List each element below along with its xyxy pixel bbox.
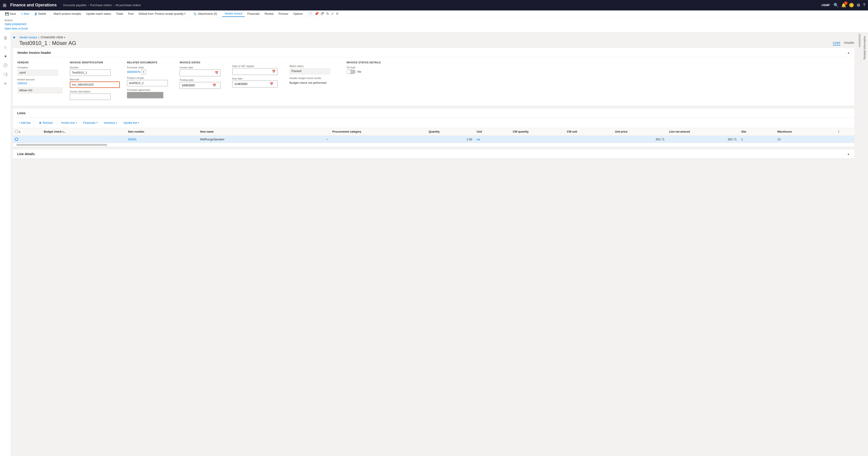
match-product-receipts-button[interactable]: Match product receipts [51,11,83,17]
tab-lines[interactable]: Lines [833,41,840,46]
col-head-budget-check[interactable]: Budget check r... [41,128,126,136]
new-button[interactable]: + New [19,11,31,17]
add-line-button[interactable]: + Add line [16,120,33,125]
invoice-date-text[interactable] [180,70,214,76]
description-input[interactable] [70,93,111,100]
col-head-unit[interactable]: Unit [474,128,510,136]
new-icon: + [21,12,23,16]
invoice-date-input[interactable]: 📅 [180,69,220,76]
totals-button[interactable]: Totals [114,11,125,17]
remove-button[interactable]: 🗑 Remove [37,120,55,125]
select-all-checkbox[interactable] [15,130,18,133]
col-head-item-number[interactable]: Item number [126,128,198,136]
page-breadcrumb-label[interactable]: Vendor invoice [19,36,37,39]
scroll-thumb[interactable] [859,34,861,47]
due-date-cal-icon[interactable]: 📅 [269,81,274,87]
col-head-line-net-amount[interactable]: Line net amount [667,128,739,136]
vat-date-cal-icon[interactable]: 📅 [271,69,277,74]
vendor-invoice-header-toggle[interactable]: Vendor invoice header ▲ [13,48,855,57]
invoice-date-label: Invoice date [180,66,225,69]
due-date-text[interactable] [232,81,269,87]
col-head-unit-price[interactable]: Unit price [613,128,667,136]
table-row[interactable]: D0001 MidRangeSpeaker ▾ 1.00 [13,136,855,143]
po-add-btn[interactable]: + [141,69,146,74]
resize-icon[interactable]: ⤢ [331,11,334,16]
breadcrumb-accounts-payable[interactable]: Accounts payable [63,3,86,7]
vat-date-input[interactable]: 📅 [232,68,278,75]
row-radio[interactable] [15,138,18,141]
sidebar-list-icon[interactable]: ≡ [1,80,9,88]
close-window-icon[interactable]: ✕ [336,11,339,16]
save-button[interactable]: 💾 Save [3,11,18,17]
ribbon-sep-4 [306,11,307,17]
sidebar-home-icon[interactable]: ⌂ [1,43,9,51]
posting-date-input[interactable]: 📅 [180,82,220,89]
update-line-button[interactable]: Update line ▾ [121,120,142,125]
financials-tab[interactable]: Financials [245,11,262,17]
breadcrumb-all-purchase-orders[interactable]: All purchase orders [116,3,141,7]
inventory-button[interactable]: Inventory ▾ [102,120,119,125]
open-lines-excel-link[interactable]: Open lines in Excel [4,27,29,31]
vendor-invoice-tab[interactable]: Vendor invoice [222,11,245,17]
col-head-site[interactable]: Site [739,128,775,136]
save-doc-icon[interactable]: 📄 [308,11,313,16]
section-collapse-icon[interactable]: ▲ [847,51,850,54]
invoice-line-button[interactable]: Invoice line ▾ [59,120,79,125]
review-tab[interactable]: Review [262,11,276,17]
remove-icon: 🗑 [39,121,42,124]
posting-date-text[interactable] [180,82,212,89]
line-details-collapse-icon[interactable]: ▲ [847,152,850,155]
on-hold-toggle[interactable] [347,69,355,74]
pin-icon[interactable]: 📌 [314,11,319,16]
tab-header[interactable]: Header [844,41,855,46]
grid-icon[interactable]: ⊞ [3,2,7,8]
col-head-cw-quantity[interactable]: CW quantity [510,128,565,136]
horizontal-scrollbar[interactable] [16,144,107,146]
process-tab[interactable]: Process [276,11,290,17]
vat-date-text[interactable] [232,68,271,75]
item-name-expand[interactable]: ▾ [327,138,328,141]
barcode-input[interactable] [70,82,120,88]
col-head-cw-unit[interactable]: CW unit [564,128,613,136]
refresh-icon[interactable]: ↻ [326,11,329,16]
notification-icon[interactable]: 🔔 1 [841,3,846,8]
filter-icon[interactable]: ⚑ [13,36,16,39]
col-head-quantity[interactable]: Quantity [426,128,474,136]
standard-view-selector[interactable]: STANDARD VIEW ▾ [40,36,65,39]
sidebar-clock-icon[interactable]: 🕐 [1,61,9,69]
col-head-more[interactable]: ⋮ [835,128,855,136]
due-date-input[interactable]: 📅 [232,81,278,87]
invoice-date-cal-icon[interactable]: 📅 [214,70,219,76]
options-tab[interactable]: Options [291,11,305,17]
attachments-button[interactable]: 📎 Attachments (0) [191,11,219,17]
copy-window-icon[interactable]: 🗗 [321,12,324,16]
financials-button[interactable]: Financials ▾ [81,120,100,125]
post-button[interactable]: Post [126,11,136,17]
sidebar-star-icon[interactable]: ★ [1,52,9,60]
lines-section-header[interactable]: Lines [13,109,855,118]
breadcrumb-purchase-orders[interactable]: Purchase orders [90,3,112,7]
search-icon[interactable]: 🔍 [834,3,838,8]
sidebar-bookmark-icon[interactable]: 📑 [1,70,9,79]
company-input[interactable] [17,69,58,76]
col-head-warehouse[interactable]: Warehouse [775,128,835,136]
smiley-icon[interactable]: 🙂 [849,3,854,8]
sidebar-menu-icon[interactable]: ☰ [1,34,9,42]
apply-prepayment-link[interactable]: Apply prepayment [4,22,29,26]
related-info-label[interactable]: Related information [861,32,868,63]
line-details-header[interactable]: Line details ▲ [13,149,855,159]
col-head-procurement[interactable]: Procurement category [330,128,426,136]
delete-button[interactable]: 🗑 Delete [32,11,49,17]
row-unit-link[interactable]: ea [477,138,480,141]
default-from-button[interactable]: Default from: Product receipt quantity ▾ [136,11,188,17]
po-value[interactable]: 00000976 [127,70,140,74]
number-input[interactable] [70,69,111,76]
invoice-account-value[interactable]: 100010 [17,82,63,85]
product-receipt-input[interactable] [127,80,168,86]
update-match-status-button[interactable]: Update match status [84,11,114,17]
help-icon[interactable]: ? [863,3,865,7]
posting-date-cal-icon[interactable]: 📅 [212,83,217,88]
row-item-number-link[interactable]: D0001 [128,138,136,141]
col-head-item-name[interactable]: Item name [198,128,330,136]
settings-icon[interactable]: ⚙ [857,3,860,8]
